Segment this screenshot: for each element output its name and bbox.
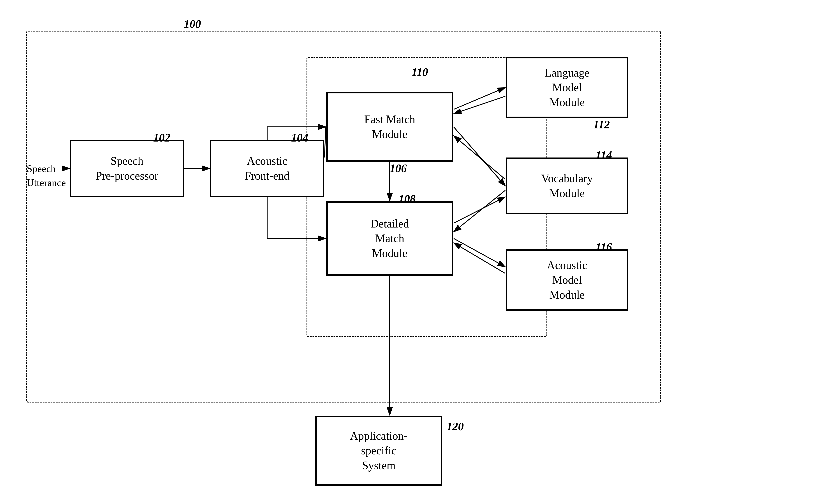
ref-104: 104 — [291, 131, 308, 144]
ref-100: 100 — [184, 17, 201, 30]
fast-match-box: Fast MatchModule — [326, 92, 453, 162]
acoustic-model-box: AcousticModelModule — [506, 249, 628, 311]
ref-116: 116 — [596, 241, 612, 254]
ref-110: 110 — [412, 66, 428, 78]
application-specific-box: Application-specificSystem — [315, 416, 442, 486]
ref-108: 108 — [398, 193, 416, 205]
speech-preprocessor-box: SpeechPre-processor — [70, 140, 184, 197]
detailed-match-box: DetailedMatchModule — [326, 201, 453, 276]
ref-102: 102 — [153, 131, 170, 144]
ref-120: 120 — [447, 420, 464, 433]
diagram-container: 100 110 SpeechUtterance SpeechPre-proces… — [13, 13, 810, 494]
ref-106: 106 — [390, 162, 407, 175]
speech-utterance-label: SpeechUtterance — [27, 162, 66, 190]
vocabulary-module-box: VocabularyModule — [506, 158, 628, 214]
ref-114: 114 — [596, 149, 612, 162]
acoustic-frontend-box: AcousticFront-end — [210, 140, 324, 197]
ref-112: 112 — [593, 118, 610, 131]
language-model-box: LanguageModelModule — [506, 57, 628, 118]
